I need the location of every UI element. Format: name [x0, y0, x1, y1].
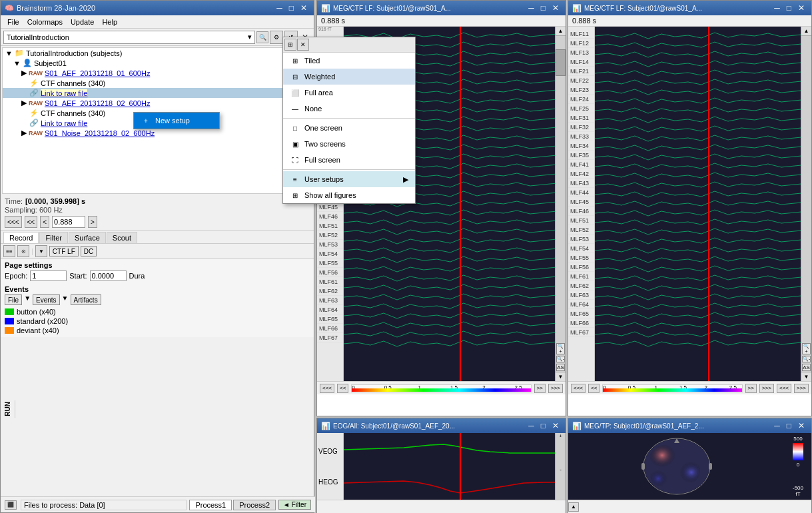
events-events-tag[interactable]: Events: [33, 294, 60, 305]
meg2-nav-prev[interactable]: <<: [588, 384, 600, 393]
meg1-zoom-in[interactable]: 🔍+: [556, 343, 565, 354]
meg1-scrollbar[interactable]: [556, 36, 566, 342]
tabs-bar: Record Filter Surface Scout: [1, 231, 314, 244]
epoch-input[interactable]: [30, 270, 67, 281]
eog-zoom-in[interactable]: +: [556, 433, 566, 466]
layout-grid-btn[interactable]: ⊞: [284, 39, 296, 51]
close-button[interactable]: ✕: [298, 3, 310, 13]
meg2-minimize[interactable]: ─: [771, 3, 783, 13]
meg2-scroll-up[interactable]: ▲: [801, 27, 811, 36]
event-deviant[interactable]: deviant (x40): [5, 326, 310, 335]
menu-tiled[interactable]: ⊞ Tiled: [283, 53, 415, 69]
menu-none[interactable]: — None: [283, 101, 415, 117]
settings-button[interactable]: ⚙: [270, 31, 283, 44]
meg2-zoom-out[interactable]: 🔍-: [802, 356, 811, 362]
meg1-scroll-up[interactable]: ▲: [556, 27, 566, 36]
meg2-close[interactable]: ✕: [795, 3, 807, 13]
menu-show-figures[interactable]: ⊞ Show all figures: [283, 187, 415, 203]
nav-prev-button[interactable]: <<: [25, 216, 38, 228]
tree-item-link-raw1[interactable]: 🔗 Link to raw file: [3, 88, 312, 98]
meg2-nav-first[interactable]: <<<: [571, 384, 586, 393]
meg2-nav-extra1[interactable]: <<<: [777, 384, 791, 393]
meg-tp-maximize[interactable]: □: [784, 420, 794, 431]
tab-scout[interactable]: Scout: [107, 232, 137, 243]
filter-icon-btn[interactable]: ≡≡: [3, 245, 15, 257]
menu-file[interactable]: File: [3, 17, 23, 27]
tab-record[interactable]: Record: [3, 232, 39, 243]
meg-tp-topo-area[interactable]: [568, 433, 785, 500]
menu-two-screens[interactable]: ▣ Two screens: [283, 136, 415, 152]
menu-full-area[interactable]: ⬜ Full area: [283, 85, 415, 101]
meg2-title: MEG/CTF LF: Subject01/@rawS01_A...: [584, 5, 702, 12]
meg1-zoom-out[interactable]: 🔍-: [556, 356, 565, 362]
tree-item-tutorialintro[interactable]: ▼ 📁 TutorialIntroduction (subjects): [3, 48, 312, 58]
channel-label-MLF65-2: MLF65: [568, 309, 594, 318]
menu-colormaps[interactable]: Colormaps: [23, 17, 67, 27]
menu-help[interactable]: Help: [98, 17, 121, 27]
event-standard[interactable]: standard (x200): [5, 316, 310, 326]
meg-tp-nav-up[interactable]: ▲: [568, 502, 579, 512]
dc-tag[interactable]: DC: [81, 246, 97, 256]
menu-update[interactable]: Update: [67, 17, 98, 27]
meg1-maximize[interactable]: □: [538, 3, 548, 13]
tree-item-subject01[interactable]: ▼ 👤 Subject01: [3, 58, 312, 68]
meg-tp-close[interactable]: ✕: [795, 420, 807, 431]
meg1-scroll-down[interactable]: ▼: [556, 372, 566, 381]
filter-button[interactable]: ◄ Filter: [278, 500, 311, 510]
process-tab-2[interactable]: Process2: [233, 500, 276, 510]
tab-surface[interactable]: Surface: [69, 232, 106, 243]
nav-forward-button[interactable]: >: [88, 216, 97, 228]
meg2-nav-last[interactable]: >>>: [759, 384, 774, 393]
electrode-icon-btn[interactable]: ⊙: [17, 245, 29, 257]
eog-minimize[interactable]: ─: [526, 420, 537, 431]
nav-back-button[interactable]: <: [40, 216, 49, 228]
files-bar: Files to process: Data [0]: [21, 500, 187, 510]
start-input[interactable]: [90, 270, 127, 281]
tree-item-s01aef02[interactable]: ▶ RAW S01_AEF_20131218_02_600Hz: [3, 98, 312, 108]
tab-filter[interactable]: Filter: [39, 232, 67, 243]
meg2-scroll-down[interactable]: ▼: [801, 372, 811, 381]
filter-arrow-btn[interactable]: ▼: [35, 245, 47, 257]
submenu-new-setup[interactable]: + New setup: [134, 113, 219, 129]
menu-weighted[interactable]: ⊟ Weighted: [283, 69, 415, 85]
meg1-minimize[interactable]: ─: [526, 3, 537, 13]
meg2-zoom-in[interactable]: 🔍+: [802, 343, 811, 354]
eog-waveform-area[interactable]: [344, 433, 555, 500]
meg-tp-minimize[interactable]: ─: [771, 420, 783, 431]
nav-first-button[interactable]: <<<: [5, 216, 22, 228]
search-button[interactable]: 🔍: [256, 31, 268, 43]
event-button[interactable]: button (x40): [5, 307, 310, 316]
ctf-lf-tag[interactable]: CTF LF: [49, 246, 79, 256]
eog-maximize[interactable]: □: [538, 420, 548, 431]
meg1-close[interactable]: ✕: [550, 3, 562, 13]
events-file-tag[interactable]: File: [5, 294, 22, 305]
subject-dropdown[interactable]: TutorialIntroduction ▾: [3, 31, 255, 44]
meg1-nav-last[interactable]: >>>: [548, 384, 563, 393]
meg1-nav-first[interactable]: <<<: [320, 384, 334, 393]
tree-item-s01aef01[interactable]: ▶ RAW S01_AEF_20131218_01_600Hz: [3, 68, 312, 78]
layout-close-btn[interactable]: ✕: [297, 39, 309, 51]
maximize-button[interactable]: □: [286, 3, 296, 13]
channel-label-MLF44-2: MLF44: [568, 188, 594, 197]
time-input[interactable]: [52, 216, 85, 228]
eog-zoom-out[interactable]: -: [556, 466, 566, 500]
meg2-maximize[interactable]: □: [784, 3, 794, 13]
events-artifacts-tag[interactable]: Artifacts: [71, 294, 101, 305]
status-bar: ⬛ Files to process: Data [0] Process1 Pr…: [1, 496, 315, 512]
meg1-scroll-thumb[interactable]: [556, 49, 566, 76]
menu-user-setups[interactable]: ≡ User setups ▶: [283, 171, 415, 187]
tree-item-ctf340-1[interactable]: ⚡ CTF channels (340): [3, 78, 312, 88]
tree-item-s01noise[interactable]: ▶ RAW S01_Noise_20131218_02_600Hz: [3, 128, 312, 138]
menu-one-screen[interactable]: □ One screen: [283, 120, 415, 136]
meg1-nav-next[interactable]: >>: [534, 384, 546, 393]
minimize-button[interactable]: ─: [274, 3, 285, 13]
process-tab-1[interactable]: Process1: [189, 500, 232, 510]
menu-full-screen[interactable]: ⛶ Full screen: [283, 152, 415, 168]
meg2-nav-next[interactable]: >>: [745, 384, 757, 393]
meg2-scrollbar[interactable]: [801, 36, 811, 342]
meg2-nav-extra2[interactable]: >>>: [794, 384, 809, 393]
sidebar-icon1[interactable]: ⬛: [5, 500, 17, 510]
meg2-waveform-area[interactable]: [595, 27, 801, 381]
meg1-nav-prev[interactable]: <<: [337, 384, 348, 393]
eog-close[interactable]: ✕: [550, 420, 562, 431]
